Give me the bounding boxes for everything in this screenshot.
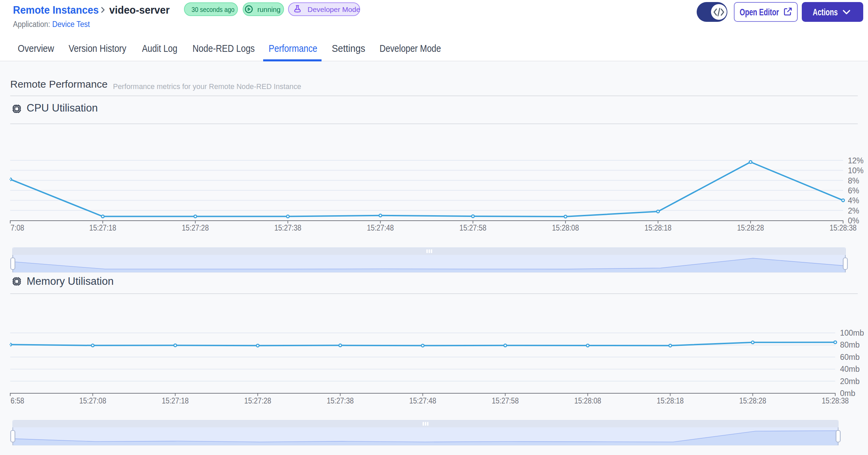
svg-text:0mb: 0mb bbox=[840, 389, 855, 398]
svg-text:15:27:08: 15:27:08 bbox=[79, 396, 106, 405]
svg-text:7:08: 7:08 bbox=[11, 223, 24, 232]
svg-text:4%: 4% bbox=[848, 196, 859, 205]
svg-text:80mb: 80mb bbox=[840, 340, 860, 349]
svg-text:15:28:18: 15:28:18 bbox=[644, 223, 671, 232]
svg-text:15:28:08: 15:28:08 bbox=[552, 223, 579, 232]
svg-text:15:27:18: 15:27:18 bbox=[89, 223, 116, 232]
svg-text:6:58: 6:58 bbox=[11, 396, 24, 405]
svg-text:15:28:18: 15:28:18 bbox=[657, 396, 684, 405]
svg-text:10%: 10% bbox=[848, 166, 864, 175]
svg-text:15:28:28: 15:28:28 bbox=[739, 396, 766, 405]
svg-text:60mb: 60mb bbox=[840, 353, 860, 362]
svg-text:15:28:28: 15:28:28 bbox=[737, 223, 764, 232]
svg-text:12%: 12% bbox=[848, 156, 864, 165]
svg-text:8%: 8% bbox=[848, 176, 859, 185]
svg-text:15:27:28: 15:27:28 bbox=[182, 223, 209, 232]
svg-text:40mb: 40mb bbox=[840, 365, 860, 373]
svg-text:0%: 0% bbox=[848, 216, 859, 225]
svg-text:15:27:58: 15:27:58 bbox=[492, 396, 519, 405]
svg-text:15:27:48: 15:27:48 bbox=[409, 396, 436, 405]
svg-text:15:27:38: 15:27:38 bbox=[274, 223, 301, 232]
svg-text:2%: 2% bbox=[848, 206, 859, 215]
svg-text:15:27:58: 15:27:58 bbox=[459, 223, 486, 232]
svg-text:15:27:48: 15:27:48 bbox=[367, 223, 394, 232]
svg-text:15:27:28: 15:27:28 bbox=[244, 396, 271, 405]
svg-text:100mb: 100mb bbox=[840, 328, 864, 337]
svg-text:6%: 6% bbox=[848, 186, 859, 195]
svg-text:20mb: 20mb bbox=[840, 377, 860, 386]
svg-text:15:27:38: 15:27:38 bbox=[327, 396, 354, 405]
svg-text:15:28:08: 15:28:08 bbox=[574, 396, 601, 405]
svg-text:15:27:18: 15:27:18 bbox=[162, 396, 189, 405]
